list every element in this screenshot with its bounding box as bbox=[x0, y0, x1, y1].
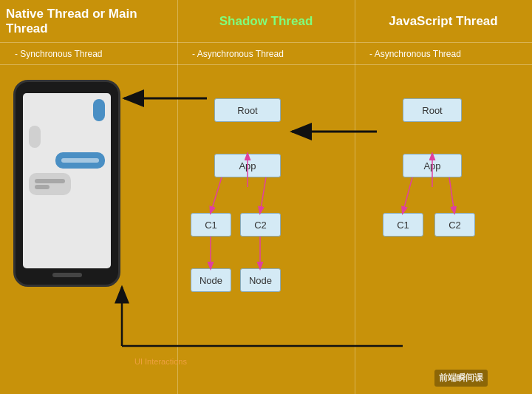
bubble-line bbox=[35, 185, 50, 189]
svg-line-7 bbox=[449, 177, 454, 213]
watermark: 前端瞬间课 bbox=[434, 370, 488, 387]
bubble-line bbox=[35, 179, 65, 183]
phone-screen bbox=[23, 93, 111, 268]
content-area: Root App C1 C2 Node Node Root App C1 C2 … bbox=[0, 65, 532, 394]
bubble-1 bbox=[93, 99, 105, 121]
shadow-root-node: Root bbox=[214, 98, 281, 122]
shadow-c1-node: C1 bbox=[191, 213, 231, 237]
shadow-app-node: App bbox=[214, 154, 281, 177]
bubble-2 bbox=[29, 126, 41, 148]
header-shadow: Shadow Thread bbox=[177, 0, 355, 42]
svg-line-6 bbox=[403, 177, 412, 213]
js-root-node: Root bbox=[403, 98, 462, 122]
svg-line-1 bbox=[211, 177, 222, 213]
shadow-node2: Node bbox=[240, 268, 281, 292]
ui-interactions-label: UI Interactions bbox=[134, 357, 187, 366]
shadow-title: Shadow Thread bbox=[219, 14, 313, 29]
phone-illustration bbox=[13, 80, 120, 287]
subheader-js: - Asynchronous Thread bbox=[355, 43, 532, 64]
js-c1-node: C1 bbox=[383, 213, 423, 237]
js-app-node: App bbox=[403, 154, 462, 177]
bubble-3 bbox=[55, 152, 105, 169]
js-c2-node: C2 bbox=[434, 213, 475, 237]
bubble-4 bbox=[29, 173, 71, 195]
sync-label: - Synchronous Thread bbox=[15, 49, 103, 59]
native-title: Native Thread or Main Thread bbox=[6, 7, 171, 36]
js-title: JavaScript Thread bbox=[389, 14, 497, 29]
subheader-shadow: - Asynchronous Thread bbox=[177, 43, 355, 64]
subheader: - Synchronous Thread - Asynchronous Thre… bbox=[0, 43, 532, 65]
subheader-native: - Synchronous Thread bbox=[0, 43, 177, 64]
js-async-label: - Asynchronous Thread bbox=[369, 49, 461, 59]
shadow-c2-node: C2 bbox=[240, 213, 281, 237]
header: Native Thread or Main Thread Shadow Thre… bbox=[0, 0, 532, 43]
shadow-async-label: - Asynchronous Thread bbox=[192, 49, 284, 59]
shadow-node1: Node bbox=[191, 268, 231, 292]
bubble-line bbox=[61, 158, 99, 163]
svg-line-2 bbox=[260, 177, 266, 213]
header-js: JavaScript Thread bbox=[355, 0, 532, 42]
phone-home-button bbox=[52, 273, 82, 277]
header-native: Native Thread or Main Thread bbox=[0, 0, 177, 42]
